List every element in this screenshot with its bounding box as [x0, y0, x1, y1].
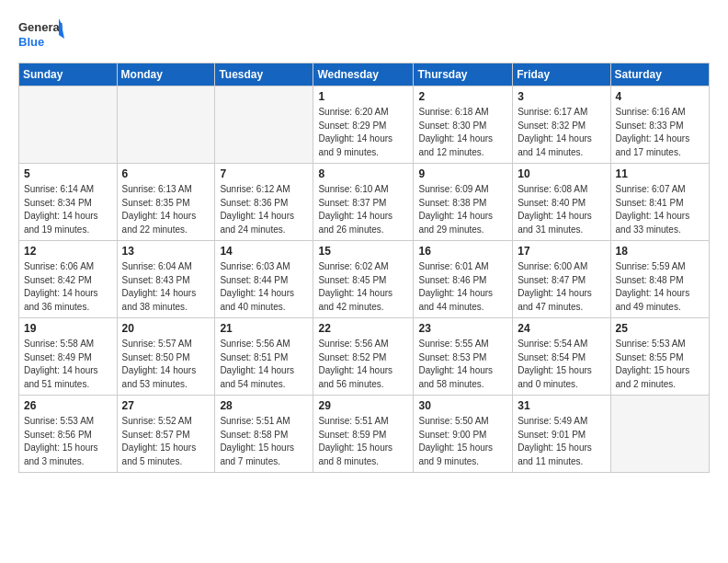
calendar-day-cell: 1Sunrise: 6:20 AMSunset: 8:29 PMDaylight… — [313, 86, 414, 164]
day-number: 23 — [418, 322, 507, 335]
day-content: Sunrise: 5:59 AMSunset: 8:48 PMDaylight:… — [616, 260, 704, 314]
day-number: 19 — [24, 322, 112, 335]
logo: General Blue — [18, 15, 64, 53]
day-content: Sunrise: 6:18 AMSunset: 8:30 PMDaylight:… — [418, 106, 507, 159]
calendar-day-cell — [215, 86, 313, 164]
day-number: 25 — [616, 322, 704, 335]
calendar-day-cell: 31Sunrise: 5:49 AMSunset: 9:01 PMDayligh… — [513, 396, 610, 473]
day-content: Sunrise: 5:54 AMSunset: 8:54 PMDaylight:… — [518, 338, 605, 391]
day-number: 12 — [24, 245, 112, 258]
day-content: Sunrise: 6:17 AMSunset: 8:32 PMDaylight:… — [518, 106, 605, 159]
calendar-day-cell — [117, 86, 215, 164]
day-number: 17 — [518, 245, 605, 258]
day-number: 26 — [24, 399, 112, 412]
calendar-table: SundayMondayTuesdayWednesdayThursdayFrid… — [18, 63, 710, 473]
svg-text:General: General — [18, 20, 63, 34]
calendar-day-cell: 6Sunrise: 6:13 AMSunset: 8:35 PMDaylight… — [117, 164, 215, 241]
calendar-day-cell: 11Sunrise: 6:07 AMSunset: 8:41 PMDayligh… — [610, 164, 709, 241]
weekday-header-cell: Thursday — [414, 63, 513, 86]
calendar-day-cell: 29Sunrise: 5:51 AMSunset: 8:59 PMDayligh… — [313, 396, 414, 473]
day-content: Sunrise: 5:58 AMSunset: 8:49 PMDaylight:… — [24, 338, 112, 391]
day-number: 4 — [616, 90, 704, 103]
calendar-week-row: 26Sunrise: 5:53 AMSunset: 8:56 PMDayligh… — [19, 396, 710, 473]
calendar-day-cell: 4Sunrise: 6:16 AMSunset: 8:33 PMDaylight… — [610, 86, 709, 164]
day-number: 18 — [616, 245, 704, 258]
calendar-day-cell: 18Sunrise: 5:59 AMSunset: 8:48 PMDayligh… — [610, 241, 709, 318]
day-content: Sunrise: 5:56 AMSunset: 8:51 PMDaylight:… — [220, 338, 308, 391]
day-number: 1 — [318, 90, 408, 103]
day-content: Sunrise: 6:08 AMSunset: 8:40 PMDaylight:… — [518, 183, 605, 236]
calendar-day-cell: 26Sunrise: 5:53 AMSunset: 8:56 PMDayligh… — [19, 396, 118, 473]
calendar-day-cell: 17Sunrise: 6:00 AMSunset: 8:47 PMDayligh… — [513, 241, 610, 318]
day-number: 24 — [518, 322, 605, 335]
day-number: 31 — [518, 399, 605, 412]
day-content: Sunrise: 5:53 AMSunset: 8:55 PMDaylight:… — [616, 338, 704, 391]
day-number: 27 — [122, 399, 210, 412]
calendar-day-cell: 13Sunrise: 6:04 AMSunset: 8:43 PMDayligh… — [117, 241, 215, 318]
calendar-day-cell: 14Sunrise: 6:03 AMSunset: 8:44 PMDayligh… — [215, 241, 313, 318]
day-number: 11 — [616, 167, 704, 180]
day-content: Sunrise: 6:01 AMSunset: 8:46 PMDaylight:… — [418, 260, 507, 314]
day-content: Sunrise: 6:13 AMSunset: 8:35 PMDaylight:… — [122, 183, 210, 236]
day-number: 16 — [418, 245, 507, 258]
calendar-day-cell: 30Sunrise: 5:50 AMSunset: 9:00 PMDayligh… — [414, 396, 513, 473]
weekday-header-cell: Saturday — [610, 63, 709, 86]
weekday-header-cell: Tuesday — [215, 63, 313, 86]
calendar-day-cell — [19, 86, 118, 164]
logo-svg: General Blue — [18, 15, 64, 53]
day-number: 5 — [24, 167, 112, 180]
day-number: 30 — [418, 399, 507, 412]
calendar-day-cell: 21Sunrise: 5:56 AMSunset: 8:51 PMDayligh… — [215, 318, 313, 396]
day-content: Sunrise: 5:57 AMSunset: 8:50 PMDaylight:… — [122, 338, 210, 391]
calendar-day-cell: 24Sunrise: 5:54 AMSunset: 8:54 PMDayligh… — [513, 318, 610, 396]
weekday-header-cell: Friday — [513, 63, 610, 86]
day-content: Sunrise: 5:56 AMSunset: 8:52 PMDaylight:… — [318, 338, 408, 391]
calendar-day-cell: 2Sunrise: 6:18 AMSunset: 8:30 PMDaylight… — [414, 86, 513, 164]
weekday-header-row: SundayMondayTuesdayWednesdayThursdayFrid… — [19, 63, 710, 86]
calendar-day-cell: 25Sunrise: 5:53 AMSunset: 8:55 PMDayligh… — [610, 318, 709, 396]
day-content: Sunrise: 6:04 AMSunset: 8:43 PMDaylight:… — [122, 260, 210, 314]
calendar-week-row: 19Sunrise: 5:58 AMSunset: 8:49 PMDayligh… — [19, 318, 710, 396]
day-number: 21 — [220, 322, 308, 335]
day-content: Sunrise: 6:09 AMSunset: 8:38 PMDaylight:… — [418, 183, 507, 236]
day-content: Sunrise: 6:14 AMSunset: 8:34 PMDaylight:… — [24, 183, 112, 236]
day-content: Sunrise: 5:53 AMSunset: 8:56 PMDaylight:… — [24, 415, 112, 468]
calendar-week-row: 12Sunrise: 6:06 AMSunset: 8:42 PMDayligh… — [19, 241, 710, 318]
calendar-day-cell: 8Sunrise: 6:10 AMSunset: 8:37 PMDaylight… — [313, 164, 414, 241]
day-content: Sunrise: 5:51 AMSunset: 8:58 PMDaylight:… — [220, 415, 308, 468]
day-content: Sunrise: 5:52 AMSunset: 8:57 PMDaylight:… — [122, 415, 210, 468]
calendar-day-cell: 23Sunrise: 5:55 AMSunset: 8:53 PMDayligh… — [414, 318, 513, 396]
calendar-day-cell: 28Sunrise: 5:51 AMSunset: 8:58 PMDayligh… — [215, 396, 313, 473]
day-content: Sunrise: 6:06 AMSunset: 8:42 PMDaylight:… — [24, 260, 112, 314]
day-number: 7 — [220, 167, 308, 180]
day-content: Sunrise: 6:16 AMSunset: 8:33 PMDaylight:… — [616, 106, 704, 159]
calendar-day-cell: 20Sunrise: 5:57 AMSunset: 8:50 PMDayligh… — [117, 318, 215, 396]
day-content: Sunrise: 6:07 AMSunset: 8:41 PMDaylight:… — [616, 183, 704, 236]
day-content: Sunrise: 6:12 AMSunset: 8:36 PMDaylight:… — [220, 183, 308, 236]
day-number: 10 — [518, 167, 605, 180]
day-content: Sunrise: 5:49 AMSunset: 9:01 PMDaylight:… — [518, 415, 605, 468]
day-content: Sunrise: 6:20 AMSunset: 8:29 PMDaylight:… — [318, 106, 408, 159]
calendar-day-cell: 22Sunrise: 5:56 AMSunset: 8:52 PMDayligh… — [313, 318, 414, 396]
day-content: Sunrise: 6:00 AMSunset: 8:47 PMDaylight:… — [518, 260, 605, 314]
day-number: 29 — [318, 399, 408, 412]
day-number: 3 — [518, 90, 605, 103]
calendar-day-cell: 15Sunrise: 6:02 AMSunset: 8:45 PMDayligh… — [313, 241, 414, 318]
weekday-header-cell: Monday — [117, 63, 215, 86]
weekday-header-cell: Sunday — [19, 63, 118, 86]
calendar-week-row: 5Sunrise: 6:14 AMSunset: 8:34 PMDaylight… — [19, 164, 710, 241]
calendar-day-cell: 10Sunrise: 6:08 AMSunset: 8:40 PMDayligh… — [513, 164, 610, 241]
day-number: 6 — [122, 167, 210, 180]
calendar-day-cell: 27Sunrise: 5:52 AMSunset: 8:57 PMDayligh… — [117, 396, 215, 473]
day-content: Sunrise: 6:02 AMSunset: 8:45 PMDaylight:… — [318, 260, 408, 314]
calendar-day-cell: 3Sunrise: 6:17 AMSunset: 8:32 PMDaylight… — [513, 86, 610, 164]
day-content: Sunrise: 5:50 AMSunset: 9:00 PMDaylight:… — [418, 415, 507, 468]
weekday-header-cell: Wednesday — [313, 63, 414, 86]
day-number: 22 — [318, 322, 408, 335]
calendar-day-cell: 16Sunrise: 6:01 AMSunset: 8:46 PMDayligh… — [414, 241, 513, 318]
calendar-day-cell: 7Sunrise: 6:12 AMSunset: 8:36 PMDaylight… — [215, 164, 313, 241]
day-number: 13 — [122, 245, 210, 258]
day-number: 8 — [318, 167, 408, 180]
calendar-day-cell: 9Sunrise: 6:09 AMSunset: 8:38 PMDaylight… — [414, 164, 513, 241]
day-number: 28 — [220, 399, 308, 412]
